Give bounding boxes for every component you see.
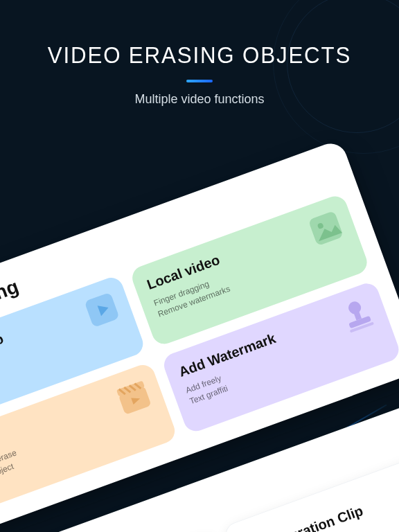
page-subtitle: Multiple video functions [0, 92, 399, 107]
panels-stage: Watermarking Online Video Paste link Dow… [0, 139, 399, 532]
accent-rule [186, 80, 213, 82]
svg-rect-6 [353, 311, 362, 321]
hero-header: VIDEO ERASING OBJECTS Multiple video fun… [0, 0, 399, 107]
svg-rect-1 [308, 211, 344, 246]
page-title: VIDEO ERASING OBJECTS [16, 42, 383, 69]
